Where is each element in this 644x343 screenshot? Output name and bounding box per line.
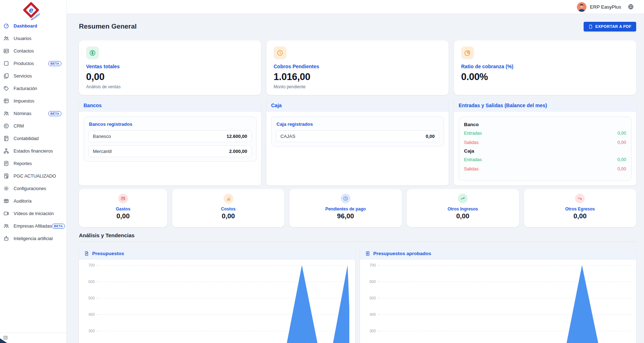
corner-decoration [0,338,7,343]
y-tick-label: 300 [81,329,95,333]
caja-inner-box: Caja registrados CAJAS 0,00 [271,116,444,146]
sidebar-item-usuarios[interactable]: Usuarios [0,32,66,45]
account-name: Banesco [93,134,111,139]
sidebar-item-contactos[interactable]: Contactos [0,45,66,57]
sidebar-item-empresas-afiliadas[interactable]: Empresas Afiliadas BETA [0,220,66,232]
y-tick-label: 700 [81,263,95,267]
users-icon [3,110,9,116]
y-tick-mark [97,314,99,315]
user-menu[interactable]: ERP EasyPlus [577,2,621,12]
sidebar-item-contabilidad[interactable]: Contabilidad [0,132,66,145]
sidebar-item-estados-financieros[interactable]: Estados financieros [0,145,66,157]
stat-card[interactable]: Otros Ingresos 0,00 [407,189,519,227]
kpi-subtitle: Análisis de ventas [86,84,254,89]
y-tick-label: 500 [81,296,95,300]
sidebar-item-servicios[interactable]: Servicios [0,70,66,82]
sidebar-item-v-deos-de-iniciaci-n[interactable]: Vídeos de Iniciación [0,207,66,220]
language-globe-icon[interactable] [628,4,634,10]
sidebar-footer-divider [0,333,66,333]
avatar[interactable] [577,2,586,12]
stat-card[interactable]: Otros Egresos 0,00 [524,189,636,227]
users-icon [3,35,9,41]
balance-entries: Entradas 0,00 Salidas 0,00 [463,129,627,147]
certificate-icon [365,251,370,256]
sidebar-item-label: Empresas Afiliadas [14,223,52,229]
y-tick-mark [378,331,380,331]
video-icon [3,210,9,217]
kpi-card[interactable]: Ratio de cobranza (%) 0.00% [454,40,636,95]
sidebar-item-label: CRM [14,123,24,129]
sidebar-item-facturaci-n[interactable]: Facturación [0,82,66,95]
sidebar-item-inteligencia-artificial[interactable]: Inteligencia artificial [0,232,66,245]
sidebar-item-label: Estados financieros [14,148,53,154]
kpi-card[interactable]: Ventas totales 0,00 Análisis de ventas [79,40,261,95]
account-row[interactable]: Banesco 12.600,00 [88,130,252,142]
trend-down-icon [575,194,585,203]
app-logo[interactable]: e easyplus [0,0,66,20]
account-row[interactable]: CAJAS 0,00 [276,130,439,142]
beta-badge: BETA [48,111,61,116]
account-name: Mercantil [93,149,112,154]
kpi-title: Ventas totales [86,64,254,69]
sidebar-item-label: PGC ACTUALIZADO [14,173,56,179]
y-tick-mark [378,282,380,282]
y-tick-mark [97,331,99,331]
sidebar-item-n-minas[interactable]: Nóminas BETA [0,107,66,120]
stat-card[interactable]: Pendientes de pago 96,00 [289,189,401,227]
app-root: e easyplus Dashboard Usuarios Contactos … [0,0,644,343]
caja-panel-body: Caja registrados CAJAS 0,00 [266,112,449,185]
hierarchy-icon [3,148,9,154]
balance-panel-body: Banco Entradas 0,00 Salidas 0,00 Caja En… [454,112,636,185]
sidebar-item-label: Dashboard [14,23,37,29]
sidebar: e easyplus Dashboard Usuarios Contactos … [0,0,67,343]
sidebar-item-impuestos[interactable]: Impuestos [0,95,66,107]
sidebar-nav: Dashboard Usuarios Contactos Productos B… [0,20,66,245]
sidebar-item-auditor-a[interactable]: Auditoría [0,195,66,207]
sidebar-item-label: Facturación [14,86,37,91]
sidebar-item-productos[interactable]: Productos BETA [0,57,66,70]
account-name: CAJAS [280,134,295,139]
bancos-rows: Banesco 12.600,00 Mercantil 2.000,00 [88,130,252,157]
balance-entry-label: Entradas [464,131,482,136]
bancos-inner-box: Bancos registrados Banesco 12.600,00 Mer… [84,116,256,161]
sidebar-item-reportes[interactable]: Reportes [0,157,66,170]
y-tick-mark [97,265,99,265]
y-tick-mark [378,314,380,315]
sidebar-item-dashboard[interactable]: Dashboard [0,20,66,32]
chart-plot-area: 700600500400300 [360,260,636,343]
stats-row: Gastos 0,00 Costos 0,00 Pendientes de pa… [79,189,636,227]
account-row[interactable]: Mercantil 2.000,00 [88,145,252,157]
sidebar-item-configuraciones[interactable]: Configuraciones [0,182,66,195]
series-spike [559,265,606,343]
users-icon [3,223,9,229]
sidebar-item-pgc-actualizado[interactable]: PGC ACTUALIZADO [0,170,66,182]
caja-rows: CAJAS 0,00 [276,130,439,142]
balance-entry-value: 0,00 [618,166,626,172]
y-tick-label: 600 [362,279,376,284]
balance-entry: Entradas 0,00 [463,129,627,138]
clock-icon [274,46,286,59]
export-pdf-button[interactable]: EXPORTAR A PDF [584,22,636,31]
y-tick-mark [378,298,380,298]
sidebar-item-label: Configuraciones [14,186,46,191]
charts-row: Presupuestos 700600500400300 Presupuesto… [79,247,636,343]
sidebar-item-crm[interactable]: CRM [0,120,66,132]
stat-label: Otros Ingresos [448,207,478,212]
kpi-value: 0.00% [461,71,629,83]
sidebar-item-label: Contabilidad [14,136,39,141]
dollar-circle-icon [86,46,99,59]
stat-card[interactable]: Gastos 0,00 [79,189,167,227]
sidebar-item-label: Contactos [14,48,34,54]
stat-value: 0,00 [116,212,130,220]
balance-entry-value: 0,00 [618,157,626,162]
section-divider [79,242,636,242]
sidebar-item-label: Servicios [14,73,32,79]
caja-inner-title: Caja registrados [276,121,439,127]
pdf-icon [588,24,593,29]
kpi-row: Ventas totales 0,00 Análisis de ventas C… [79,40,636,95]
stat-card[interactable]: Costos 0,00 [172,189,284,227]
kpi-card[interactable]: Cobros Pendientes 1.016,00 Monto pendien… [266,40,449,95]
contact-card-icon [3,48,9,54]
caja-panel: Caja Caja registrados CAJAS 0,00 [266,99,449,185]
area-series [100,260,349,343]
